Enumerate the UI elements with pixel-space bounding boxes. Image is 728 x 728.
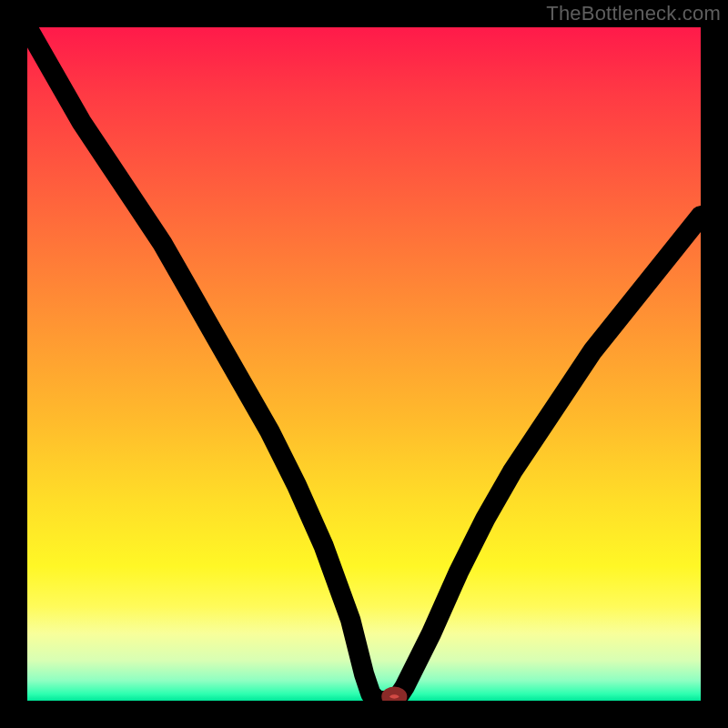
chart-frame: TheBottleneck.com bbox=[0, 0, 728, 728]
optimal-point-marker bbox=[386, 691, 403, 701]
plot-area bbox=[27, 27, 701, 701]
chart-svg bbox=[27, 27, 701, 701]
watermark-text: TheBottleneck.com bbox=[546, 2, 721, 25]
bottleneck-curve bbox=[27, 27, 701, 701]
